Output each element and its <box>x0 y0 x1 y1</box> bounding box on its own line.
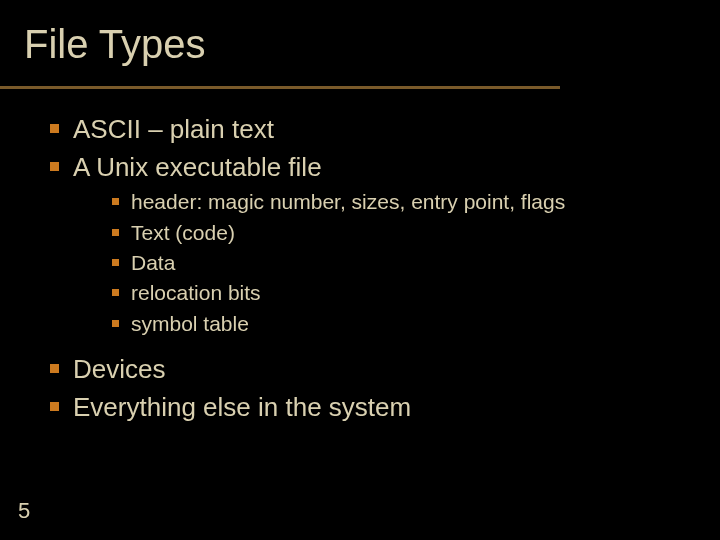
bullet-square-icon <box>112 229 119 236</box>
bullet-text: A Unix executable file <box>73 150 322 185</box>
bullet-square-icon <box>112 289 119 296</box>
bullet-text: Everything else in the system <box>73 390 411 425</box>
bullet-text: header: magic number, sizes, entry point… <box>131 188 565 216</box>
bullet-square-icon <box>50 402 59 411</box>
bullet-square-icon <box>112 259 119 266</box>
bullet-text: Devices <box>73 352 165 387</box>
bullet-level1: A Unix executable file <box>50 150 690 185</box>
bullet-square-icon <box>112 198 119 205</box>
slide: File Types ASCII – plain text A Unix exe… <box>0 0 720 540</box>
bullet-level2: symbol table <box>112 310 690 338</box>
bullet-text: symbol table <box>131 310 249 338</box>
bullet-level1: Everything else in the system <box>50 390 690 425</box>
bullet-level2: Data <box>112 249 690 277</box>
bullet-level2: relocation bits <box>112 279 690 307</box>
bullet-square-icon <box>112 320 119 327</box>
bullet-text: Data <box>131 249 175 277</box>
bullet-text: ASCII – plain text <box>73 112 274 147</box>
bullet-square-icon <box>50 124 59 133</box>
bullet-level2: Text (code) <box>112 219 690 247</box>
bullet-square-icon <box>50 364 59 373</box>
bullet-level2: header: magic number, sizes, entry point… <box>112 188 690 216</box>
bullet-text: Text (code) <box>131 219 235 247</box>
slide-body: ASCII – plain text A Unix executable fil… <box>50 112 690 428</box>
slide-title: File Types <box>0 0 720 66</box>
bullet-level1: ASCII – plain text <box>50 112 690 147</box>
page-number: 5 <box>18 498 30 524</box>
bullet-level1: Devices <box>50 352 690 387</box>
bullet-square-icon <box>50 162 59 171</box>
title-rule <box>0 86 560 89</box>
bullet-text: relocation bits <box>131 279 261 307</box>
